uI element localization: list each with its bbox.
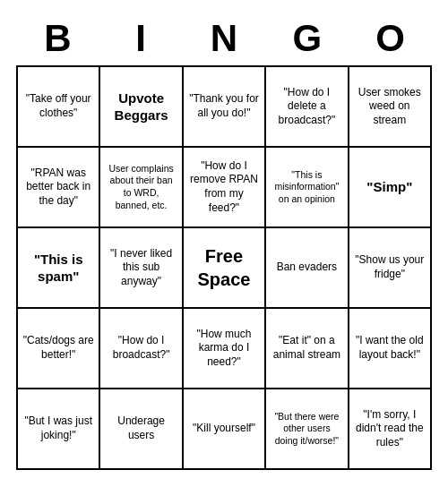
bingo-grid: "Take off your clothes"Upvote Beggars"Th…	[16, 65, 432, 470]
bingo-cell: Underage users	[100, 389, 183, 470]
bingo-cell: "Simp"	[349, 148, 432, 228]
bingo-cell: "I want the old layout back!"	[349, 309, 432, 389]
bingo-cell: "Kill yourself"	[184, 389, 266, 470]
bingo-cell: "How much karma do I need?"	[184, 309, 266, 389]
bingo-cell: "Cats/dogs are better!"	[18, 309, 100, 389]
bingo-cell: Upvote Beggars	[100, 67, 183, 148]
bingo-cell: User complains about their ban to WRD, b…	[100, 148, 183, 228]
bingo-cell: "I'm sorry, I didn't read the rules"	[349, 389, 432, 470]
title-letter: B	[30, 17, 84, 60]
bingo-card: BINGO "Take off your clothes"Upvote Begg…	[9, 10, 439, 477]
bingo-cell: "Show us your fridge"	[349, 228, 432, 309]
bingo-cell: "This is misinformation" on an opinion	[266, 148, 349, 228]
title-letter: G	[280, 17, 334, 60]
bingo-cell: "But there were other users doing it/wor…	[266, 389, 349, 470]
bingo-cell: "This is spam"	[18, 228, 100, 309]
bingo-cell: "How do I delete a broadcast?"	[266, 67, 349, 148]
bingo-cell: "Thank you for all you do!"	[184, 67, 266, 148]
bingo-cell: Ban evaders	[266, 228, 349, 309]
title-letter: I	[114, 17, 168, 60]
bingo-cell: Free Space	[184, 228, 266, 309]
bingo-cell: "But I was just joking!"	[18, 389, 100, 470]
title-letter: O	[364, 17, 418, 60]
bingo-cell: "How do I broadcast?"	[100, 309, 183, 389]
bingo-cell: User smokes weed on stream	[349, 67, 432, 148]
bingo-cell: "I never liked this sub anyway"	[100, 228, 183, 309]
bingo-cell: "Take off your clothes"	[18, 67, 100, 148]
bingo-title: BINGO	[16, 17, 432, 60]
title-letter: N	[197, 17, 251, 60]
bingo-cell: "How do I remove RPAN from my feed?"	[184, 148, 266, 228]
bingo-cell: "RPAN was better back in the day"	[18, 148, 100, 228]
bingo-cell: "Eat it" on a animal stream	[266, 309, 349, 389]
